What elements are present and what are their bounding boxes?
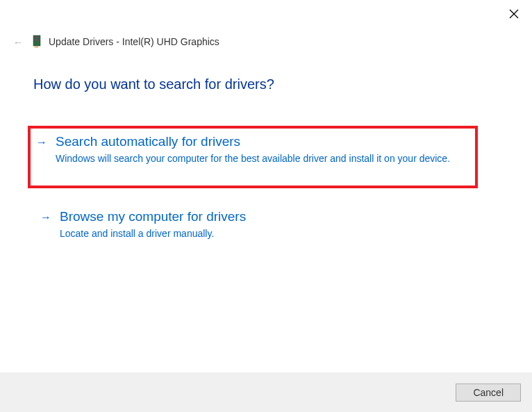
option-title: Browse my computer for drivers xyxy=(60,209,499,224)
option-browse-computer[interactable]: → Browse my computer for drivers Locate … xyxy=(33,209,499,241)
option-title: Search automatically for drivers xyxy=(56,134,469,149)
option-description: Locate and install a driver manually. xyxy=(60,227,499,241)
option-description: Windows will search your computer for th… xyxy=(56,152,469,166)
option-wrapper: → Browse my computer for drivers Locate … xyxy=(33,209,499,241)
cancel-button[interactable]: Cancel xyxy=(456,384,521,402)
svg-rect-5 xyxy=(35,46,35,48)
back-arrow-icon: ← xyxy=(11,36,25,48)
svg-rect-7 xyxy=(38,46,38,48)
option-search-automatically[interactable]: → Search automatically for drivers Windo… xyxy=(36,134,469,166)
dialog-footer: Cancel xyxy=(0,372,532,412)
highlight-frame: → Search automatically for drivers Windo… xyxy=(28,126,478,188)
option-text: Search automatically for drivers Windows… xyxy=(56,134,469,166)
arrow-right-icon: → xyxy=(40,211,51,224)
option-text: Browse my computer for drivers Locate an… xyxy=(60,209,499,241)
content-area: How do you want to search for drivers? →… xyxy=(33,76,499,240)
svg-rect-6 xyxy=(36,46,37,48)
window-title: Update Drivers - Intel(R) UHD Graphics xyxy=(49,36,219,47)
svg-rect-3 xyxy=(34,36,40,38)
arrow-right-icon: → xyxy=(36,136,47,149)
device-card-icon xyxy=(32,35,42,49)
close-icon[interactable] xyxy=(508,8,519,19)
dialog-header: ← Update Drivers - Intel(R) UHD Graphics xyxy=(11,35,219,49)
page-heading: How do you want to search for drivers? xyxy=(33,76,499,92)
svg-rect-4 xyxy=(34,39,40,41)
